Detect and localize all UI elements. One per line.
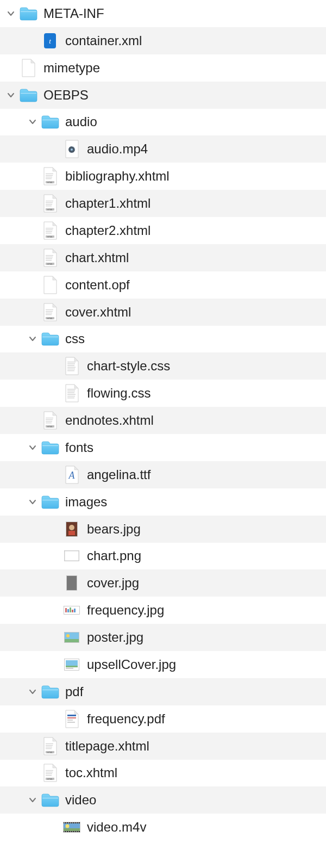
- item-label: titlepage.xhtml: [61, 739, 149, 754]
- tree-row[interactable]: HTMLchart.xhtml: [0, 244, 326, 271]
- tree-row[interactable]: HTMLchapter2.xhtml: [0, 217, 326, 244]
- chevron-down-icon[interactable]: [26, 498, 39, 506]
- tree-row[interactable]: audio: [0, 109, 326, 136]
- item-label: audio.mp4: [83, 141, 148, 157]
- tree-row[interactable]: HTMLtoc.xhtml: [0, 760, 326, 787]
- chevron-down-icon[interactable]: [4, 91, 17, 100]
- svg-rect-83: [42, 690, 58, 690]
- svg-rect-48: [67, 396, 75, 396]
- tree-row[interactable]: META-INF: [0, 0, 326, 27]
- svg-rect-38: [67, 362, 76, 362]
- item-label: angelina.ttf: [83, 467, 151, 482]
- tree-row[interactable]: video.m4v: [0, 814, 326, 841]
- svg-rect-95: [46, 772, 53, 772]
- svg-rect-40: [67, 365, 74, 366]
- file-icon: HTML: [39, 303, 61, 321]
- tree-row[interactable]: mimetype: [0, 54, 326, 82]
- tree-row[interactable]: frequency.jpg: [0, 597, 326, 624]
- tree-row[interactable]: HTMLcover.xhtml: [0, 299, 326, 326]
- svg-rect-51: [46, 419, 53, 420]
- item-label: fonts: [61, 440, 93, 455]
- svg-rect-34: [46, 314, 52, 315]
- svg-rect-121: [78, 822, 78, 823]
- item-label: chart-style.css: [83, 358, 170, 374]
- folder-icon: [39, 440, 61, 455]
- svg-rect-69: [65, 608, 67, 612]
- tree-row[interactable]: Aangelina.ttf: [0, 461, 326, 488]
- tree-row[interactable]: poster.jpg: [0, 624, 326, 651]
- svg-rect-13: [46, 201, 53, 201]
- chevron-down-icon[interactable]: [26, 443, 39, 452]
- svg-text:HTML: HTML: [47, 182, 53, 184]
- tree-row[interactable]: pdf: [0, 678, 326, 705]
- tree-row[interactable]: HTMLendnotes.xhtml: [0, 407, 326, 434]
- svg-rect-10: [46, 178, 52, 179]
- svg-rect-26: [46, 257, 53, 257]
- svg-rect-0: [21, 11, 36, 12]
- item-label: chapter1.xhtml: [61, 196, 151, 211]
- svg-rect-86: [67, 720, 73, 721]
- file-icon: HTML: [39, 737, 61, 755]
- file-icon: [61, 550, 83, 561]
- tree-row[interactable]: OEBPS: [0, 82, 326, 109]
- svg-rect-107: [64, 822, 65, 823]
- item-label: pdf: [61, 684, 83, 699]
- svg-rect-89: [46, 745, 53, 746]
- svg-rect-45: [67, 390, 75, 391]
- tree-row[interactable]: frequency.pdf: [0, 705, 326, 733]
- file-icon: [61, 357, 83, 375]
- item-label: bears.jpg: [83, 522, 141, 537]
- item-label: chapter2.xhtml: [61, 223, 151, 238]
- svg-rect-76: [65, 639, 79, 642]
- tree-row[interactable]: HTMLbibliography.xhtml: [0, 163, 326, 190]
- tree-row[interactable]: images: [0, 488, 326, 516]
- svg-text:HTML: HTML: [47, 209, 53, 211]
- svg-rect-43: [67, 370, 74, 371]
- tree-row[interactable]: HTMLchapter1.xhtml: [0, 190, 326, 217]
- svg-text:HTML: HTML: [47, 751, 53, 753]
- chevron-down-icon[interactable]: [26, 796, 39, 804]
- chevron-down-icon[interactable]: [4, 9, 17, 18]
- chevron-down-icon[interactable]: [26, 334, 39, 343]
- tree-row[interactable]: flowing.css: [0, 380, 326, 407]
- svg-text:HTML: HTML: [47, 778, 53, 780]
- chevron-down-icon[interactable]: [26, 687, 39, 696]
- tree-row[interactable]: chart.png: [0, 543, 326, 570]
- tree-row[interactable]: audio.mp4: [0, 135, 326, 163]
- tree-row[interactable]: bears.jpg: [0, 516, 326, 543]
- svg-rect-82: [66, 668, 73, 669]
- tree-row[interactable]: HTMLtitlepage.xhtml: [0, 733, 326, 760]
- svg-rect-90: [46, 747, 52, 747]
- svg-rect-14: [46, 202, 53, 203]
- svg-rect-97: [46, 775, 52, 776]
- svg-rect-70: [67, 609, 69, 612]
- file-icon: [61, 384, 83, 402]
- svg-rect-110: [66, 831, 67, 832]
- file-icon: HTML: [39, 411, 61, 430]
- item-label: css: [61, 331, 85, 346]
- svg-rect-44: [67, 389, 76, 389]
- file-icon: A: [61, 466, 83, 484]
- svg-rect-50: [46, 418, 53, 418]
- svg-rect-117: [74, 822, 74, 823]
- chevron-down-icon[interactable]: [26, 117, 39, 126]
- svg-rect-25: [46, 255, 53, 256]
- file-icon: t: [39, 32, 61, 50]
- tree-row[interactable]: upsellCover.jpg: [0, 651, 326, 678]
- tree-row[interactable]: content.opf: [0, 271, 326, 299]
- tree-row[interactable]: chart-style.css: [0, 352, 326, 380]
- tree-row[interactable]: fonts: [0, 434, 326, 461]
- svg-rect-47: [67, 394, 76, 395]
- svg-rect-111: [68, 822, 68, 823]
- tree-row[interactable]: cover.jpg: [0, 569, 326, 597]
- tree-row[interactable]: css: [0, 326, 326, 353]
- item-label: META-INF: [39, 6, 104, 21]
- file-icon: [17, 59, 39, 77]
- item-label: cover.xhtml: [61, 305, 131, 320]
- file-icon: HTML: [39, 249, 61, 267]
- folder-icon: [17, 6, 39, 21]
- tree-row[interactable]: video: [0, 786, 326, 814]
- svg-text:HTML: HTML: [47, 263, 53, 265]
- item-label: OEBPS: [39, 88, 89, 103]
- tree-row[interactable]: tcontainer.xml: [0, 27, 326, 54]
